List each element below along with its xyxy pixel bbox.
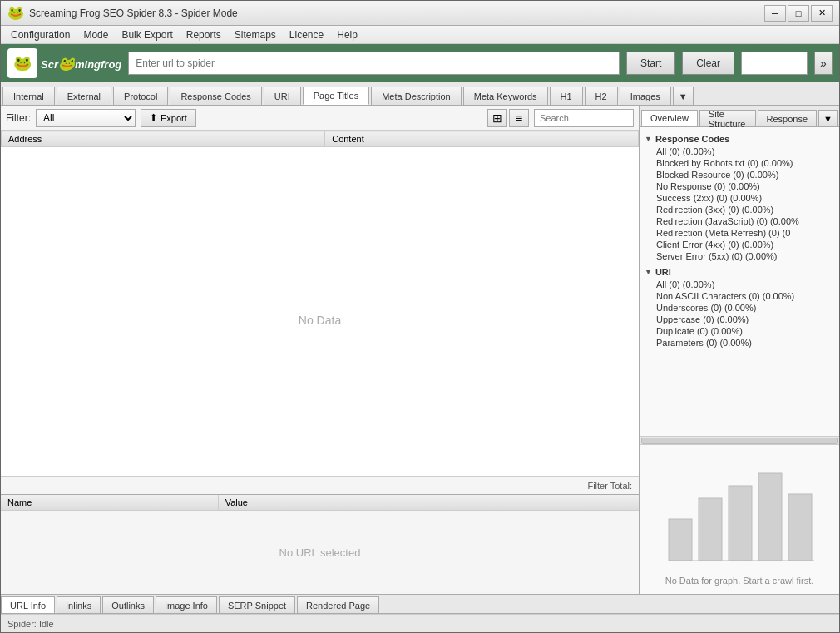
close-button[interactable]: ✕ — [811, 5, 833, 22]
menu-help[interactable]: Help — [330, 26, 364, 43]
export-button[interactable]: ⬆ Export — [141, 109, 196, 127]
tree-item-rc-client-error[interactable]: Client Error (4xx) (0) (0.00%) — [640, 239, 839, 250]
logo: 🐸 Scr🐸mingfrog — [7, 48, 121, 78]
svg-rect-4 — [788, 494, 812, 561]
left-panel: Filter: All ⬆ Export ⊞ ≡ — [1, 106, 640, 594]
clear-button[interactable]: Clear — [682, 52, 734, 75]
lower-section: Name Value No URL selected — [1, 494, 639, 594]
more-button[interactable]: » — [814, 52, 833, 75]
start-button[interactable]: Start — [626, 52, 675, 75]
svg-rect-1 — [699, 498, 722, 561]
tree-item-uri-parameters[interactable]: Parameters (0) (0.00%) — [640, 337, 839, 349]
tree-header-response-codes[interactable]: ▼ Response Codes — [640, 132, 839, 146]
chart-svg — [660, 461, 818, 569]
main-tab-bar: Internal External Protocol Response Code… — [1, 82, 839, 106]
tree-item-rc-redirection-js[interactable]: Redirection (JavaScript) (0) (0.00% — [640, 215, 839, 227]
tree-item-rc-blocked-robots[interactable]: Blocked by Robots.txt (0) (0.00%) — [640, 157, 839, 169]
no-data-label: No Data — [1, 147, 639, 476]
tree-section-response-codes: ▼ Response Codes All (0) (0.00%) Blocked… — [640, 131, 839, 264]
tree-arrow-response-codes: ▼ — [645, 135, 652, 143]
menu-licence[interactable]: Licence — [283, 26, 330, 43]
tree-item-rc-success[interactable]: Success (2xx) (0) (0.00%) — [640, 192, 839, 204]
filter-bar: Filter: All ⬆ Export ⊞ ≡ — [1, 106, 639, 131]
col-address: Address — [2, 131, 325, 147]
tree-item-rc-all[interactable]: All (0) (0.00%) — [640, 146, 839, 157]
svg-rect-2 — [729, 486, 752, 561]
tree-item-rc-blocked-resource[interactable]: Blocked Resource (0) (0.00%) — [640, 169, 839, 181]
tab-protocol[interactable]: Protocol — [113, 87, 168, 105]
app-logo-icon: 🐸 — [7, 5, 24, 21]
bottom-tab-outlinks[interactable]: Outlinks — [102, 596, 154, 613]
tree-item-rc-redirection-meta[interactable]: Redirection (Meta Refresh) (0) (0 — [640, 227, 839, 239]
bottom-tab-inlinks[interactable]: Inlinks — [57, 596, 101, 613]
bottom-tab-bar: URL Info Inlinks Outlinks Image Info SER… — [1, 594, 839, 614]
tab-external[interactable]: External — [57, 87, 111, 105]
tree-item-uri-non-ascii[interactable]: Non ASCII Characters (0) (0.00%) — [640, 290, 839, 302]
tab-h2[interactable]: H2 — [585, 87, 618, 105]
right-tree: ▼ Response Codes All (0) (0.00%) Blocked… — [640, 127, 839, 436]
filter-select[interactable]: All — [36, 109, 136, 127]
menu-bar: Configuration Mode Bulk Export Reports S… — [1, 26, 839, 44]
tree-header-uri[interactable]: ▼ URI — [640, 265, 839, 279]
export-icon: ⬆ — [150, 112, 157, 123]
tab-response-codes[interactable]: Response Codes — [170, 87, 261, 105]
bottom-tab-url-info[interactable]: URL Info — [1, 596, 55, 613]
tree-item-uri-uppercase[interactable]: Uppercase (0) (0.00%) — [640, 314, 839, 325]
status-bar: Spider: Idle — [1, 614, 839, 632]
tree-item-rc-no-response[interactable]: No Response (0) (0.00%) — [640, 181, 839, 192]
right-tab-site-structure[interactable]: Site Structure — [699, 110, 756, 126]
tab-meta-description[interactable]: Meta Description — [371, 87, 462, 105]
status-text: Spider: Idle — [7, 619, 54, 629]
detail-col-value: Value — [219, 495, 639, 510]
tree-item-rc-redirection-3xx[interactable]: Redirection (3xx) (0) (0.00%) — [640, 204, 839, 215]
menu-mode[interactable]: Mode — [77, 26, 115, 43]
logo-icon: 🐸 — [7, 48, 37, 78]
tab-page-titles[interactable]: Page Titles — [303, 87, 369, 105]
tab-meta-keywords[interactable]: Meta Keywords — [463, 87, 548, 105]
title-bar: 🐸 Screaming Frog SEO Spider 8.3 - Spider… — [1, 1, 839, 26]
right-tab-response[interactable]: Response — [758, 110, 818, 126]
tree-item-uri-all[interactable]: All (0) (0.00%) — [640, 279, 839, 290]
logo-text: Scr🐸mingfrog — [41, 56, 121, 72]
right-tab-bar: Overview Site Structure Response ▼ — [640, 106, 839, 127]
svg-rect-3 — [758, 473, 782, 561]
right-panel: Overview Site Structure Response ▼ ▼ Res… — [640, 106, 839, 594]
minimize-button[interactable]: ─ — [764, 5, 786, 22]
tab-images[interactable]: Images — [620, 87, 671, 105]
view-list-button[interactable]: ≡ — [509, 109, 529, 127]
main-content: Filter: All ⬆ Export ⊞ ≡ — [1, 106, 839, 594]
right-tab-more[interactable]: ▼ — [818, 110, 838, 126]
bottom-tab-serp-snippet[interactable]: SERP Snippet — [219, 596, 295, 613]
menu-reports[interactable]: Reports — [180, 26, 228, 43]
chart-no-data-label: No Data for graph. Start a crawl first. — [665, 576, 814, 586]
tab-h1[interactable]: H1 — [550, 87, 583, 105]
tab-internal[interactable]: Internal — [2, 87, 55, 105]
tree-section-uri: ▼ URI All (0) (0.00%) Non ASCII Characte… — [640, 264, 839, 350]
menu-sitemaps[interactable]: Sitemaps — [228, 26, 283, 43]
tree-item-uri-duplicate[interactable]: Duplicate (0) (0.00%) — [640, 325, 839, 337]
bottom-tab-rendered-page[interactable]: Rendered Page — [297, 596, 379, 613]
extra-input[interactable] — [741, 52, 808, 75]
url-input[interactable] — [128, 52, 620, 75]
col-content: Content — [325, 131, 639, 147]
right-tree-hscroll[interactable] — [640, 436, 839, 444]
filter-label: Filter: — [6, 112, 31, 124]
search-input[interactable] — [534, 109, 634, 127]
svg-rect-0 — [669, 519, 692, 561]
view-buttons: ⊞ ≡ — [487, 109, 529, 127]
filter-total: Filter Total: — [1, 476, 639, 494]
menu-bulk-export[interactable]: Bulk Export — [115, 26, 179, 43]
menu-configuration[interactable]: Configuration — [4, 26, 77, 43]
tree-item-uri-underscores[interactable]: Underscores (0) (0.00%) — [640, 302, 839, 314]
toolbar: 🐸 Scr🐸mingfrog Start Clear » — [1, 44, 839, 82]
tree-arrow-uri: ▼ — [645, 268, 652, 276]
tab-uri[interactable]: URI — [264, 87, 301, 105]
maximize-button[interactable]: □ — [788, 5, 809, 22]
tab-more-button[interactable]: ▼ — [673, 87, 694, 105]
view-hierarchy-button[interactable]: ⊞ — [487, 109, 507, 127]
no-url-label: No URL selected — [1, 511, 639, 594]
bottom-tab-image-info[interactable]: Image Info — [156, 596, 217, 613]
chart-area: No Data for graph. Start a crawl first. — [640, 444, 839, 594]
right-tab-overview[interactable]: Overview — [641, 110, 698, 126]
tree-item-rc-server-error[interactable]: Server Error (5xx) (0) (0.00%) — [640, 250, 839, 262]
